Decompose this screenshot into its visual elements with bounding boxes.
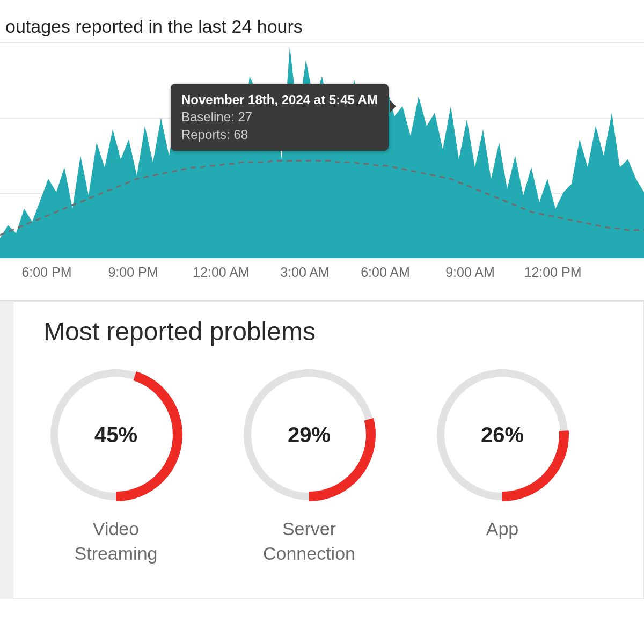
problem-donut: 45% VideoStreaming (43, 362, 188, 566)
x-tick: 6:00 AM (361, 265, 410, 280)
tooltip-title: November 18th, 2024 at 5:45 AM (181, 91, 378, 108)
page-title: outages reported in the last 24 hours (0, 0, 644, 42)
problem-donut: 26% App (430, 362, 575, 566)
problem-donut: 29% ServerConnection (237, 362, 382, 566)
x-tick: 9:00 PM (108, 265, 158, 280)
x-tick: 3:00 AM (280, 265, 330, 280)
donut-label: VideoStreaming (43, 517, 188, 566)
x-tick: 9:00 AM (445, 265, 495, 280)
x-axis: 6:00 PM9:00 PM12:00 AM3:00 AM6:00 AM9:00… (0, 257, 644, 284)
most-reported-card: Most reported problems 45% VideoStreamin… (13, 301, 644, 599)
donut-percent: 45% (94, 423, 137, 447)
tooltip-reports: Reports: 68 (181, 126, 378, 143)
donut-percent: 26% (481, 423, 524, 447)
problems-title: Most reported problems (43, 317, 622, 346)
x-tick: 6:00 PM (21, 265, 71, 280)
donut-row: 45% VideoStreaming 29% ServerConnection … (43, 362, 622, 566)
outage-area-chart[interactable]: November 18th, 2024 at 5:45 AM Baseline:… (0, 42, 644, 257)
donut-percent: 29% (288, 423, 331, 447)
x-tick: 12:00 AM (193, 265, 250, 280)
x-tick: 12:00 PM (524, 265, 581, 280)
donut-label: App (430, 517, 575, 541)
tooltip-baseline: Baseline: 27 (181, 108, 378, 126)
chart-tooltip: November 18th, 2024 at 5:45 AM Baseline:… (171, 84, 389, 151)
donut-label: ServerConnection (237, 517, 382, 566)
